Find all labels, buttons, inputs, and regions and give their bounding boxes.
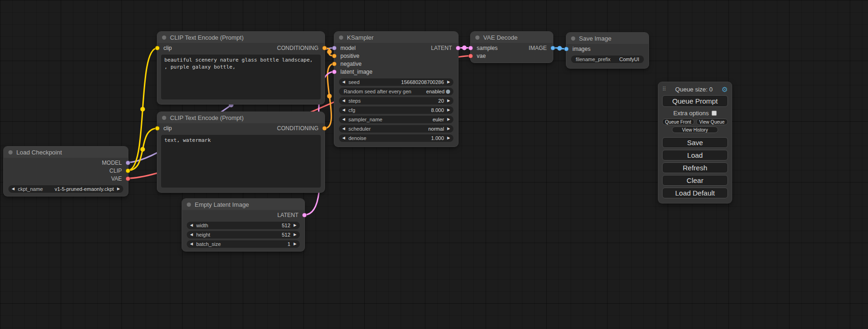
decrement-arrow-icon[interactable]: ◀ xyxy=(342,108,345,112)
sampler-name-widget[interactable]: ◀ sampler_name euler ▶ xyxy=(339,116,453,123)
collapse-dot-icon[interactable] xyxy=(162,35,166,40)
input-slot-positive: positive xyxy=(334,52,458,60)
decrement-arrow-icon[interactable]: ◀ xyxy=(342,80,345,84)
node-title: CLIP Text Encode (Prompt) xyxy=(170,34,244,41)
next-arrow-icon[interactable]: ▶ xyxy=(117,187,120,191)
model-output-dot[interactable] xyxy=(126,161,130,165)
cfg-widget[interactable]: ◀ cfg 8.000 ▶ xyxy=(339,106,453,114)
node-title-bar[interactable]: VAE Decode xyxy=(471,32,553,43)
collapse-dot-icon[interactable] xyxy=(8,150,13,154)
samples-input-dot[interactable] xyxy=(468,46,473,50)
node-title-bar[interactable]: CLIP Text Encode (Prompt) xyxy=(157,32,325,43)
increment-arrow-icon[interactable]: ▶ xyxy=(294,242,296,246)
images-input-dot[interactable] xyxy=(564,47,569,51)
increment-arrow-icon[interactable]: ▶ xyxy=(294,224,296,227)
node-title-bar[interactable]: Empty Latent Image xyxy=(182,199,304,210)
toggle-dot-icon[interactable] xyxy=(446,90,450,94)
increment-arrow-icon[interactable]: ▶ xyxy=(447,80,450,84)
width-widget[interactable]: ◀ width 512 ▶ xyxy=(187,222,300,229)
decrement-arrow-icon[interactable]: ◀ xyxy=(190,224,193,227)
next-arrow-icon[interactable]: ▶ xyxy=(447,118,450,121)
model-input-dot[interactable] xyxy=(332,46,337,50)
link-dot-clip-negative xyxy=(141,147,145,152)
node-title-bar[interactable]: Save Image xyxy=(566,33,649,44)
output-slot-latent: LATENT xyxy=(182,211,304,219)
decrement-arrow-icon[interactable]: ◀ xyxy=(342,99,345,103)
collapse-dot-icon[interactable] xyxy=(162,116,166,120)
negative-input-dot[interactable] xyxy=(332,62,337,66)
scheduler-widget[interactable]: ◀ scheduler normal ▶ xyxy=(339,125,453,133)
conditioning-output-dot[interactable] xyxy=(322,46,327,50)
collapse-dot-icon[interactable] xyxy=(339,35,343,40)
height-widget[interactable]: ◀ height 512 ▶ xyxy=(187,231,300,238)
node-empty-latent-image[interactable]: Empty Latent Image LATENT ◀ width 512 ▶ … xyxy=(182,199,304,251)
negative-prompt-textarea[interactable]: text, watermark xyxy=(161,135,321,188)
latent-output-dot[interactable] xyxy=(302,213,307,217)
extra-options-row: Extra options xyxy=(662,109,728,117)
settings-gear-icon[interactable]: ⚙ xyxy=(722,86,728,93)
link-dot-latent xyxy=(462,46,467,50)
load-default-button[interactable]: Load Default xyxy=(662,188,728,198)
node-title: Load Checkpoint xyxy=(16,149,62,156)
refresh-button[interactable]: Refresh xyxy=(662,162,728,173)
node-vae-decode[interactable]: VAE Decode samples IMAGE vae xyxy=(471,32,553,63)
latent-output-dot[interactable] xyxy=(456,46,460,50)
node-clip-text-encode-negative[interactable]: CLIP Text Encode (Prompt) clip CONDITION… xyxy=(157,112,325,192)
next-arrow-icon[interactable]: ▶ xyxy=(447,127,450,131)
save-button[interactable]: Save xyxy=(662,137,728,148)
batch-size-widget[interactable]: ◀ batch_size 1 ▶ xyxy=(187,240,300,248)
clip-input-dot[interactable] xyxy=(155,126,160,131)
graph-canvas[interactable]: Load Checkpoint MODEL CLIP VAE ◀ ckpt_na… xyxy=(0,0,868,329)
prev-arrow-icon[interactable]: ◀ xyxy=(342,118,345,121)
collapse-dot-icon[interactable] xyxy=(187,203,191,207)
increment-arrow-icon[interactable]: ▶ xyxy=(294,233,296,237)
seed-widget[interactable]: ◀ seed 156680208700286 ▶ xyxy=(339,78,453,86)
image-output-dot[interactable] xyxy=(550,46,555,50)
node-title: Empty Latent Image xyxy=(195,201,249,208)
node-load-checkpoint[interactable]: Load Checkpoint MODEL CLIP VAE ◀ ckpt_na… xyxy=(4,147,128,196)
decrement-arrow-icon[interactable]: ◀ xyxy=(342,136,345,140)
increment-arrow-icon[interactable]: ▶ xyxy=(447,99,450,103)
decrement-arrow-icon[interactable]: ◀ xyxy=(190,233,193,237)
node-ksampler[interactable]: KSampler model LATENT positive negative … xyxy=(334,32,458,147)
collapse-dot-icon[interactable] xyxy=(571,36,575,41)
increment-arrow-icon[interactable]: ▶ xyxy=(447,136,450,140)
view-queue-button[interactable]: View Queue xyxy=(696,119,728,125)
prev-arrow-icon[interactable]: ◀ xyxy=(12,187,14,191)
conditioning-output-dot[interactable] xyxy=(322,126,327,131)
node-title-bar[interactable]: Load Checkpoint xyxy=(4,147,128,158)
positive-input-dot[interactable] xyxy=(332,54,337,58)
random-seed-toggle-widget[interactable]: Random seed after every gen enabled xyxy=(339,88,453,95)
view-history-button[interactable]: View History xyxy=(672,126,718,133)
node-clip-text-encode-positive[interactable]: CLIP Text Encode (Prompt) clip CONDITION… xyxy=(157,32,325,104)
queue-prompt-button[interactable]: Queue Prompt xyxy=(662,95,728,107)
node-title-bar[interactable]: CLIP Text Encode (Prompt) xyxy=(157,112,325,123)
node-title-bar[interactable]: KSampler xyxy=(334,32,458,43)
drag-handle-icon[interactable]: ⠿ xyxy=(662,86,666,92)
output-slot-clip: CLIP xyxy=(4,167,128,175)
vae-output-dot[interactable] xyxy=(126,176,130,181)
latent-image-input-dot[interactable] xyxy=(332,70,337,74)
load-button[interactable]: Load xyxy=(662,150,728,161)
input-slot-images: images xyxy=(566,45,649,53)
prev-arrow-icon[interactable]: ◀ xyxy=(342,127,345,131)
menu-header: ⠿ Queue size: 0 ⚙ xyxy=(662,85,728,93)
queue-menu-panel: ⠿ Queue size: 0 ⚙ Queue Prompt Extra opt… xyxy=(658,82,732,203)
decrement-arrow-icon[interactable]: ◀ xyxy=(190,242,193,246)
steps-widget[interactable]: ◀ steps 20 ▶ xyxy=(339,97,453,105)
collapse-dot-icon[interactable] xyxy=(475,35,480,40)
node-save-image[interactable]: Save Image images filename_prefix ComfyU… xyxy=(566,33,649,68)
node-title: CLIP Text Encode (Prompt) xyxy=(170,114,244,121)
clip-output-dot[interactable] xyxy=(126,168,130,173)
denoise-widget[interactable]: ◀ denoise 1.000 ▶ xyxy=(339,134,453,142)
clip-input-dot[interactable] xyxy=(155,46,160,50)
filename-prefix-widget[interactable]: filename_prefix ComfyUI xyxy=(571,56,644,63)
increment-arrow-icon[interactable]: ▶ xyxy=(447,108,450,112)
clear-button[interactable]: Clear xyxy=(662,175,728,186)
vae-input-dot[interactable] xyxy=(468,54,473,58)
slot-row-clip-conditioning: clip CONDITIONING xyxy=(157,44,325,52)
queue-front-button[interactable]: Queue Front xyxy=(662,119,694,125)
positive-prompt-textarea[interactable]: beautiful scenery nature glass bottle la… xyxy=(161,55,321,99)
extra-options-checkbox[interactable] xyxy=(712,111,717,116)
ckpt-name-widget[interactable]: ◀ ckpt_name v1-5-pruned-emaonly.ckpt ▶ xyxy=(8,185,123,193)
